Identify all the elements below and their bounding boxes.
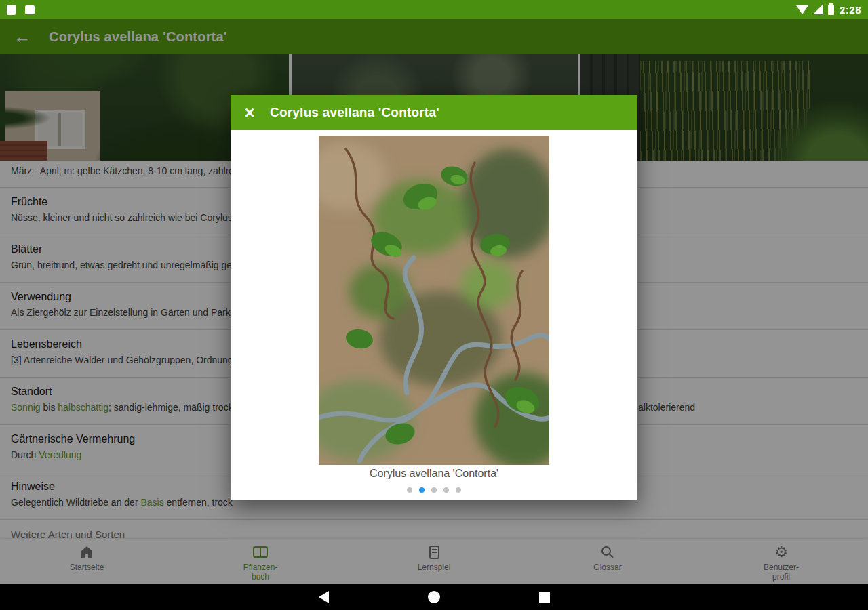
recents-square-icon[interactable] [539,592,550,603]
screenshot-icon [25,5,35,14]
carousel-dot[interactable] [407,487,412,493]
home-circle-icon[interactable] [428,591,440,603]
wifi-icon [796,5,808,14]
plant-photo[interactable] [319,136,549,465]
dialog-title: Corylus avellana 'Contorta' [270,105,439,120]
image-viewer-dialog: × Corylus avellana 'Contorta' [231,95,637,500]
battery-icon [828,5,834,15]
photo-caption: Corylus avellana 'Contorta' [231,468,637,480]
notification-icon [7,5,16,15]
plant-photo-placeholder [319,136,549,465]
carousel-dot[interactable] [431,487,437,493]
dialog-header: × Corylus avellana 'Contorta' [231,95,637,130]
cell-signal-icon [813,5,823,14]
android-nav-bar [0,584,868,610]
status-bar-time: 2:28 [840,4,861,16]
back-triangle-icon[interactable] [319,591,329,603]
carousel-dot[interactable] [419,487,425,493]
close-icon[interactable]: × [241,104,258,121]
carousel-dot[interactable] [443,487,449,493]
status-bar: 2:28 [0,0,868,19]
carousel-dots [231,487,637,493]
carousel-dot[interactable] [456,487,461,493]
